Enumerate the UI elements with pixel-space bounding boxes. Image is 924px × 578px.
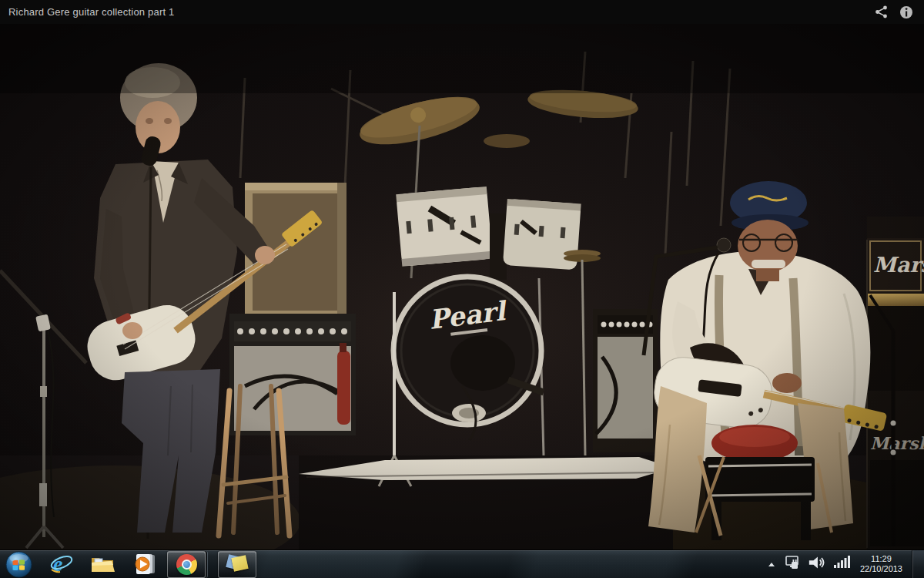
volume-icon[interactable] [808, 554, 826, 574]
system-tray: 11:29 22/10/2013 [766, 554, 902, 574]
vignette-overlay [0, 24, 924, 549]
chrome-taskbar-button[interactable] [167, 551, 206, 578]
start-button[interactable] [5, 550, 33, 578]
up-arrow-icon [768, 563, 775, 566]
start-orb-icon [5, 550, 33, 578]
windows-explorer-icon[interactable] [90, 551, 116, 577]
network-signal-icon[interactable] [833, 555, 850, 573]
show-hidden-icons-button[interactable] [766, 559, 777, 570]
taskbar-clock[interactable]: 11:29 22/10/2013 [860, 554, 902, 574]
video-player-area[interactable]: Marshall Marshall [0, 24, 924, 549]
video-title[interactable]: Richard Gere guitar collection part 1 [0, 6, 175, 18]
internet-explorer-icon[interactable]: e [49, 551, 75, 577]
safely-remove-hardware-icon[interactable] [784, 554, 801, 574]
show-desktop-button[interactable] [912, 550, 924, 578]
screen: Richard Gere guitar collection part 1 [0, 0, 924, 578]
taskbar: e [0, 549, 924, 578]
tray-time: 11:29 [860, 554, 902, 564]
chrome-icon [176, 554, 197, 575]
share-icon[interactable] [875, 5, 889, 18]
tray-date: 22/10/2013 [860, 564, 902, 574]
sticky-notes-taskbar-button[interactable] [218, 551, 256, 578]
top-shadow [0, 24, 924, 93]
windows-media-player-icon[interactable] [132, 551, 158, 577]
sticky-notes-icon [226, 553, 249, 575]
video-title-bar: Richard Gere guitar collection part 1 [0, 0, 924, 24]
info-icon[interactable] [899, 5, 913, 19]
